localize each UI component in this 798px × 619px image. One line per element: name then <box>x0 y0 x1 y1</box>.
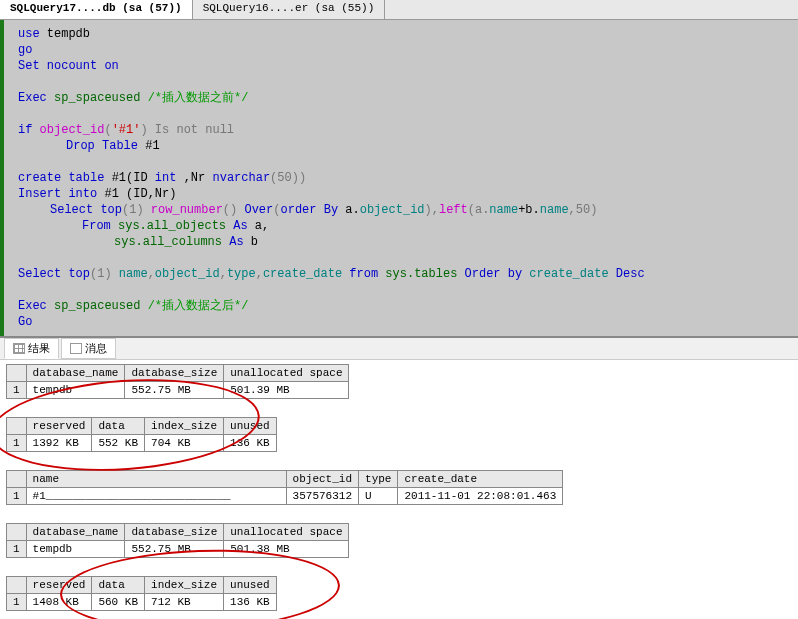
result-grid-2[interactable]: reserveddataindex_sizeunused 11392 KB552… <box>6 417 277 452</box>
results-panel: database_namedatabase_sizeunallocated sp… <box>0 360 798 619</box>
result-grid-5[interactable]: reserveddataindex_sizeunused 11408 KB560… <box>6 576 277 611</box>
result-grid-4[interactable]: database_namedatabase_sizeunallocated sp… <box>6 523 349 558</box>
result-grid-1[interactable]: database_namedatabase_sizeunallocated sp… <box>6 364 349 399</box>
editor-tabs: SQLQuery17....db (sa (57)) SQLQuery16...… <box>0 0 798 20</box>
results-tabs: 结果 消息 <box>0 338 798 360</box>
tab-query-17[interactable]: SQLQuery17....db (sa (57)) <box>0 0 193 19</box>
sql-editor[interactable]: use tempdb go Set nocount on Exec sp_spa… <box>0 20 798 336</box>
message-icon <box>70 343 82 354</box>
tab-messages[interactable]: 消息 <box>61 338 116 359</box>
tab-results[interactable]: 结果 <box>4 338 59 359</box>
grid-icon <box>13 343 25 354</box>
tab-query-16[interactable]: SQLQuery16....er (sa (55)) <box>193 0 386 19</box>
result-grid-3[interactable]: nameobject_idtypecreate_date 1#1________… <box>6 470 563 505</box>
